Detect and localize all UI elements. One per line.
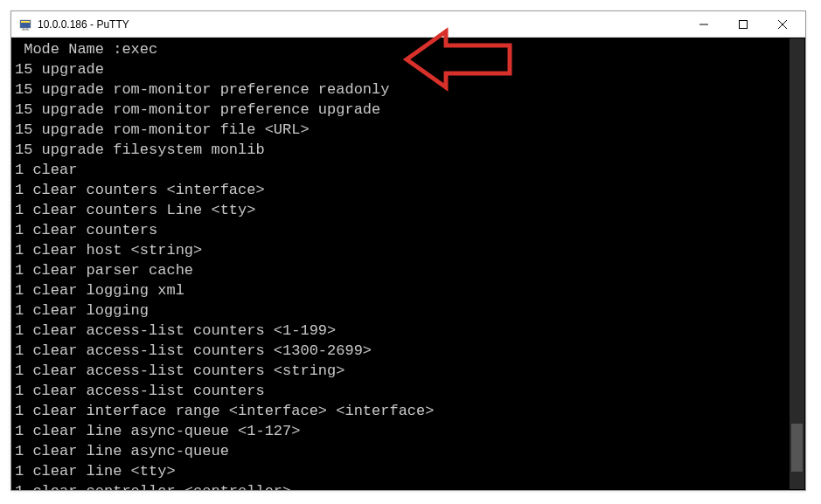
terminal-line: 1 clear logging	[15, 300, 802, 321]
terminal-line: 1 clear access-list counters	[15, 381, 802, 401]
maximize-button[interactable]	[723, 12, 762, 37]
terminal-line: 1 clear access-list counters <1-199>	[15, 321, 802, 341]
svg-rect-6	[739, 20, 747, 28]
terminal-line: 1 clear	[15, 160, 802, 180]
terminal-line: 1 clear counters Line <tty>	[15, 200, 802, 220]
scrollbar[interactable]	[790, 38, 804, 489]
terminal-line: 1 clear parser cache	[15, 260, 802, 280]
terminal-line: 15 upgrade rom-monitor preference readon…	[15, 79, 802, 100]
putty-window: 10.0.0.186 - PuTTY Mode Name :exec15 upg…	[10, 10, 806, 491]
terminal-line: 1 clear line <tty>	[15, 461, 802, 481]
window-title: 10.0.0.186 - PuTTY	[38, 18, 684, 31]
terminal-line: 1 clear interface range <interface> <int…	[15, 401, 802, 421]
terminal-line: 15 upgrade rom-monitor file <URL>	[15, 120, 802, 140]
titlebar: 10.0.0.186 - PuTTY	[11, 11, 805, 38]
svg-rect-1	[21, 21, 30, 23]
terminal-line: 15 upgrade rom-monitor preference upgrad…	[15, 100, 802, 120]
terminal-line: 1 clear access-list counters <string>	[15, 361, 802, 381]
terminal-line: 1 clear counters	[15, 220, 802, 240]
terminal-line: 1 clear controller <controller>	[15, 481, 802, 490]
terminal-line: 1 clear line async-queue	[15, 441, 802, 461]
terminal-line: 15 upgrade filesystem monlib	[15, 140, 802, 160]
terminal-line: 1 clear logging xml	[15, 280, 802, 300]
minimize-button[interactable]	[684, 12, 723, 37]
terminal-line: 1 clear counters <interface>	[15, 180, 802, 200]
terminal-line: 1 clear host <string>	[15, 240, 802, 260]
terminal-area[interactable]: Mode Name :exec15 upgrade15 upgrade rom-…	[11, 38, 805, 490]
putty-icon	[18, 17, 32, 31]
close-button[interactable]	[762, 12, 802, 37]
terminal-line: 15 upgrade	[15, 59, 802, 79]
terminal-line: Mode Name :exec	[15, 39, 802, 59]
terminal-line: 1 clear access-list counters <1300-2699>	[15, 341, 802, 361]
window-controls	[684, 12, 802, 37]
terminal-line: 1 clear line async-queue <1-127>	[15, 421, 802, 441]
scroll-thumb[interactable]	[791, 424, 803, 472]
